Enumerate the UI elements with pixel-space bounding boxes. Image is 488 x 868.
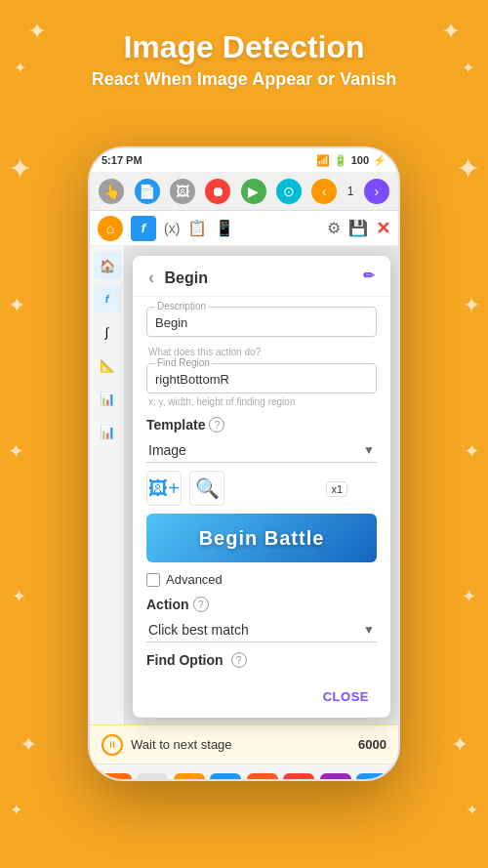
sparkle-icon: ✦: [10, 801, 22, 819]
status-bar: 5:17 PM 📶 🔋 100 ⚡: [90, 148, 398, 172]
advanced-label: Advanced: [166, 572, 223, 587]
wifi-icon: 📶: [316, 154, 330, 167]
action-dropdown-value: Click best match: [148, 622, 249, 638]
search-image-icon[interactable]: 🔍: [189, 471, 224, 506]
find-region-label: Find Region: [155, 357, 212, 368]
dialog-overlay: ‹ Begin ✏ Description Begin What does th…: [125, 246, 398, 724]
toolbar-icon-3[interactable]: 📋: [187, 219, 207, 237]
dialog-footer: CLOSE: [133, 678, 390, 718]
dialog-box: ‹ Begin ✏ Description Begin What does th…: [133, 256, 390, 718]
action-dropdown[interactable]: Click best match ▼: [146, 618, 377, 642]
sparkle-icon: ✦: [20, 732, 37, 758]
sidebar-item-1[interactable]: 🏠: [94, 252, 121, 279]
toolbar-count: 1: [347, 185, 354, 198]
sidebar-item-5[interactable]: 📊: [94, 385, 121, 412]
phone-frame: 5:17 PM 📶 🔋 100 ⚡ 👆 📄 🖼 ⏺ ▶ ⊙ ‹ 1 › ⌂ f …: [88, 146, 400, 781]
find-option-row: Find Option ?: [146, 652, 377, 668]
back-arrow-icon[interactable]: ‹: [148, 268, 154, 287]
description-input-border[interactable]: Description Begin: [146, 307, 377, 337]
find-option-help-icon[interactable]: ?: [231, 652, 247, 668]
status-time: 5:17 PM: [102, 154, 142, 166]
image-preview: Begin Battle: [146, 514, 377, 562]
header: Image Detection React When Image Appear …: [0, 0, 488, 109]
action-dropdown-arrow: ▼: [363, 623, 375, 637]
top-toolbar: 👆 📄 🖼 ⏺ ▶ ⊙ ‹ 1 ›: [90, 172, 398, 211]
description-field: Description Begin: [146, 307, 377, 337]
image-preview-text: Begin Battle: [199, 527, 325, 550]
close-button[interactable]: CLOSE: [315, 685, 377, 708]
nav-rec-icon[interactable]: REC: [283, 773, 314, 782]
x1-badge: x1: [326, 479, 347, 497]
sidebar-item-6[interactable]: 📊: [94, 418, 121, 445]
nav-touch-icon[interactable]: 👆: [174, 773, 205, 782]
toolbar-record-icon[interactable]: ⏺: [205, 179, 230, 204]
home-button[interactable]: ⌂: [98, 216, 123, 241]
action-label-row: Action ?: [146, 597, 377, 612]
template-dropdown[interactable]: Image ▼: [146, 438, 377, 463]
what-does-label: What does this action do?: [146, 347, 377, 357]
content-area: 🏠 f ∫ 📐 📊 📊 ‹ Begin ✏: [90, 246, 398, 724]
template-dropdown-value: Image: [148, 442, 186, 458]
toolbar-touch-icon[interactable]: 👆: [99, 179, 124, 204]
sparkle-icon: ✦: [466, 801, 478, 819]
edit-icon[interactable]: ✏: [363, 268, 375, 283]
gear-icon[interactable]: ⚙: [327, 219, 341, 237]
nav-record-icon[interactable]: ⏺: [101, 773, 132, 782]
sidebar-item-3[interactable]: ∫: [94, 318, 121, 346]
close-icon[interactable]: ✕: [376, 218, 390, 239]
pause-icon[interactable]: ⏸: [102, 734, 123, 756]
battery-percent: 100: [351, 154, 369, 166]
description-label: Description: [155, 301, 208, 311]
charging-icon: ⚡: [373, 154, 386, 167]
x1-label: x1: [326, 481, 347, 497]
sidebar-item-2[interactable]: f: [94, 285, 121, 312]
bottom-status-bar: ⏸ Wait to next stage 6000: [90, 724, 398, 764]
template-actions: 🖼+ 🔍 x1: [146, 471, 377, 506]
template-label-row: Template ?: [146, 417, 377, 433]
status-icons: 📶 🔋 100 ⚡: [316, 154, 386, 167]
status-text: Wait to next stage: [131, 737, 358, 752]
nav-ads-icon[interactable]: 📢: [247, 773, 278, 782]
sparkle-icon: ✦: [464, 439, 480, 463]
nav-pause-icon[interactable]: ⏸: [137, 773, 168, 782]
page-subtitle: React When Image Appear or Vanish: [0, 69, 488, 90]
find-option-label: Find Option: [146, 652, 224, 668]
toolbar-icon-4[interactable]: 📱: [215, 219, 234, 237]
save-icon[interactable]: 💾: [348, 219, 368, 237]
template-help-icon[interactable]: ?: [209, 417, 224, 433]
status-value: 6000: [358, 737, 386, 752]
toolbar-circle-icon[interactable]: ⊙: [276, 179, 302, 204]
sidebar-item-4[interactable]: 📐: [94, 351, 121, 379]
action-label: Action: [146, 597, 189, 612]
sparkle-icon: ✦: [8, 151, 32, 186]
sparkle-icon: ✦: [451, 732, 468, 758]
sparkle-icon: ✦: [462, 586, 476, 607]
dialog-title: Begin: [164, 269, 207, 286]
sparkle-icon: ✦: [456, 151, 480, 186]
toolbar-play-icon[interactable]: ▶: [241, 179, 266, 204]
template-dropdown-arrow: ▼: [363, 443, 375, 457]
toolbar-back-icon[interactable]: ‹: [311, 179, 337, 204]
second-toolbar: ⌂ f (x) 📋 📱 ⚙ 💾 ✕: [90, 211, 398, 246]
advanced-row: Advanced: [146, 572, 377, 587]
battery-icon: 🔋: [334, 154, 347, 167]
find-region-input-border[interactable]: Find Region rightBottomR: [146, 363, 377, 393]
nav-function-icon[interactable]: f(x): [356, 773, 387, 782]
left-sidebar: 🏠 f ∫ 📐 📊 📊: [90, 246, 125, 724]
sparkle-icon: ✦: [463, 293, 480, 318]
function-icon[interactable]: f: [131, 216, 156, 241]
nav-script-icon[interactable]: 📄: [210, 773, 241, 782]
nav-network-icon[interactable]: 🔗: [320, 773, 351, 782]
sparkle-icon: ✦: [8, 293, 25, 318]
toolbar-next-icon[interactable]: ›: [364, 179, 389, 204]
action-section: Action ? Click best match ▼: [146, 597, 377, 642]
find-region-value: rightBottomR: [155, 370, 368, 387]
add-image-icon[interactable]: 🖼+: [146, 471, 182, 506]
toolbar-script-icon[interactable]: 📄: [135, 179, 160, 204]
find-region-field: Find Region rightBottomR x, y, width, he…: [146, 363, 377, 407]
advanced-checkbox[interactable]: [146, 573, 160, 587]
action-help-icon[interactable]: ?: [193, 597, 209, 612]
toolbar-image-icon[interactable]: 🖼: [170, 179, 195, 204]
dialog-body: Description Begin What does this action …: [133, 297, 390, 678]
find-region-hint: x, y, width, height of finding region: [146, 396, 377, 407]
